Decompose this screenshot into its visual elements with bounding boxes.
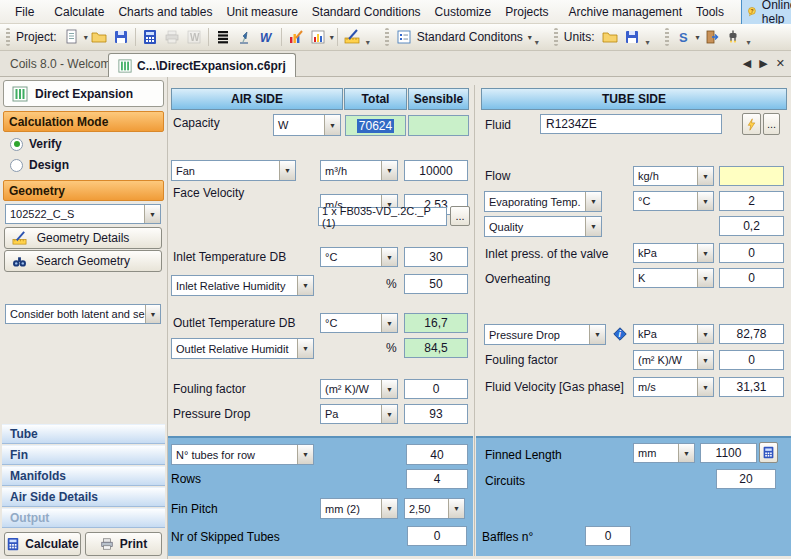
toolbar-overflow-icon[interactable]: ▾ bbox=[535, 38, 539, 49]
inlet-temperature-unit-select[interactable]: °C ▼ bbox=[320, 247, 398, 267]
inlet-humidity-select[interactable]: Inlet Relative Humidity ▼ bbox=[171, 275, 314, 296]
switch-dropdown-icon[interactable]: ▾ bbox=[696, 33, 700, 42]
toolbar-overflow-icon[interactable]: ▾ bbox=[366, 38, 370, 49]
standard-conditions-dropdown-icon[interactable]: ▾ bbox=[528, 33, 532, 42]
evaporating-temp-unit-select[interactable]: °C ▼ bbox=[633, 191, 714, 211]
charts-tables-button[interactable] bbox=[307, 26, 329, 48]
skipped-tubes-field[interactable]: 0 bbox=[407, 526, 467, 546]
air-pressure-drop-field[interactable]: 93 bbox=[404, 404, 468, 424]
menu-calculate[interactable]: Calculate bbox=[47, 2, 111, 22]
fluid-properties-button[interactable] bbox=[742, 113, 761, 135]
air-fouling-field[interactable]: 0 bbox=[404, 379, 468, 399]
toolbar-grip[interactable] bbox=[665, 28, 669, 46]
wings-button[interactable]: W bbox=[256, 26, 278, 48]
open-project-button[interactable] bbox=[88, 26, 110, 48]
geometry-header[interactable]: Geometry bbox=[3, 180, 164, 201]
charts-tables-dropdown-icon[interactable]: ▾ bbox=[330, 33, 334, 42]
calculate-toolbar-button[interactable] bbox=[139, 26, 161, 48]
finned-length-calculator-button[interactable] bbox=[759, 442, 778, 463]
flow-field[interactable] bbox=[719, 166, 784, 186]
menu-projects[interactable]: Projects bbox=[498, 2, 555, 22]
geometry-details-button[interactable]: Geometry Details bbox=[4, 227, 162, 249]
fin-pitch-unit-select[interactable]: mm (2) ▼ bbox=[320, 498, 398, 519]
air-fouling-unit-select[interactable]: (m² K)/W ▼ bbox=[320, 379, 398, 399]
menu-standard-conditions[interactable]: Standard Conditions bbox=[305, 2, 428, 22]
geometry-editor-button[interactable] bbox=[341, 26, 363, 48]
fluid-velocity-field[interactable]: 31,31 bbox=[719, 377, 784, 397]
calculation-mode-header[interactable]: Calculation Mode bbox=[3, 111, 164, 132]
tube-pressure-drop-select[interactable]: Pressure Drop ▼ bbox=[484, 324, 606, 345]
tab-welcome[interactable]: Coils 8.0 - Welcome! bbox=[10, 57, 120, 71]
fan-select[interactable]: Fan ▼ bbox=[171, 160, 296, 181]
latent-sensible-select[interactable]: Consider both latent and se ▼ bbox=[5, 304, 161, 324]
toolbar-overflow-icon[interactable]: ▾ bbox=[646, 38, 650, 49]
chart-wizard-button[interactable] bbox=[285, 26, 307, 48]
search-geometry-button[interactable]: Search Geometry bbox=[4, 250, 162, 272]
quality-field[interactable]: 0,2 bbox=[719, 216, 784, 236]
tube-fouling-field[interactable]: 0 bbox=[719, 350, 784, 370]
rows-field[interactable]: 4 bbox=[406, 469, 468, 489]
overheating-field[interactable]: 0 bbox=[719, 268, 784, 288]
standard-conditions-label[interactable]: Standard Conditons bbox=[417, 30, 523, 44]
capacity-sensible-field[interactable] bbox=[408, 115, 469, 136]
print-button[interactable]: Print bbox=[85, 532, 162, 556]
exit-button[interactable] bbox=[700, 26, 722, 48]
menu-archive-management[interactable]: Archive management bbox=[562, 2, 689, 22]
outlet-humidity-field[interactable]: 84,5 bbox=[404, 338, 468, 358]
sidebar-item-air-side-details[interactable]: Air Side Details bbox=[2, 487, 165, 507]
outlet-humidity-select[interactable]: Outlet Relative Humidit ▼ bbox=[171, 338, 314, 359]
tube-pressure-drop-field[interactable]: 82,78 bbox=[719, 324, 784, 344]
inlet-valve-pressure-field[interactable]: 0 bbox=[719, 243, 784, 263]
export-word-button[interactable]: W bbox=[183, 26, 205, 48]
menu-file[interactable]: File bbox=[8, 2, 41, 22]
sidebar-item-output[interactable]: Output bbox=[2, 508, 165, 528]
standard-conditions-button[interactable] bbox=[393, 26, 415, 48]
sidebar-item-manifolds[interactable]: Manifolds bbox=[2, 466, 165, 486]
geometry-select[interactable]: 102522_C_S ▼ bbox=[5, 204, 161, 224]
baffles-field[interactable]: 0 bbox=[585, 526, 631, 546]
toolbar-grip[interactable] bbox=[385, 28, 389, 46]
overheating-unit-select[interactable]: K ▼ bbox=[633, 268, 714, 288]
units-open-button[interactable] bbox=[599, 26, 621, 48]
air-pressure-drop-unit-select[interactable]: Pa ▼ bbox=[320, 404, 398, 424]
fan-browse-button[interactable]: ... bbox=[450, 206, 470, 226]
sidebar-item-tube[interactable]: Tube bbox=[2, 424, 165, 444]
desk-lamp-button[interactable] bbox=[234, 26, 256, 48]
tubes-per-row-select[interactable]: N° tubes for row ▼ bbox=[171, 444, 314, 465]
flow-unit-select[interactable]: kg/h ▼ bbox=[633, 166, 714, 186]
toolbar-overflow-icon[interactable]: ▾ bbox=[747, 38, 751, 49]
fluid-field[interactable]: R1234ZE bbox=[540, 114, 722, 134]
menu-unit-measure[interactable]: Unit measure bbox=[219, 2, 304, 22]
tube-fouling-unit-select[interactable]: (m² K)/W ▼ bbox=[633, 350, 714, 370]
plug-button[interactable] bbox=[722, 26, 744, 48]
evaporating-temp-field[interactable]: 2 bbox=[719, 191, 784, 211]
capacity-total-field[interactable]: 70624 bbox=[345, 115, 406, 136]
menu-charts-and-tables[interactable]: Charts and tables bbox=[111, 2, 219, 22]
report-list-button[interactable] bbox=[212, 26, 234, 48]
tubes-per-row-field[interactable]: 40 bbox=[406, 444, 468, 465]
switch-button[interactable]: S bbox=[673, 26, 695, 48]
design-radio[interactable]: Design bbox=[10, 158, 69, 172]
tube-pressure-drop-unit-select[interactable]: kPa ▼ bbox=[633, 324, 714, 344]
inlet-temperature-field[interactable]: 30 bbox=[404, 247, 468, 267]
inlet-humidity-field[interactable]: 50 bbox=[404, 274, 468, 294]
capacity-unit-select[interactable]: W ▼ bbox=[273, 114, 341, 136]
fan-unit-select[interactable]: m³/h ▼ bbox=[320, 160, 398, 181]
verify-radio[interactable]: Verify bbox=[10, 137, 62, 151]
menu-customize[interactable]: Customize bbox=[428, 2, 499, 22]
units-save-button[interactable] bbox=[621, 26, 643, 48]
close-tab-icon[interactable]: ✕ bbox=[776, 57, 785, 70]
save-project-button[interactable] bbox=[110, 26, 132, 48]
direct-expansion-button[interactable]: Direct Expansion bbox=[3, 80, 164, 107]
fan-flow-field[interactable]: 10000 bbox=[404, 160, 468, 181]
scroll-tabs-right-icon[interactable]: ▶ bbox=[759, 57, 767, 70]
fin-pitch-value-select[interactable]: 2,50 ▼ bbox=[404, 498, 465, 519]
menu-tools[interactable]: Tools bbox=[689, 2, 731, 22]
outlet-temperature-unit-select[interactable]: °C ▼ bbox=[320, 313, 398, 333]
print-toolbar-button[interactable] bbox=[161, 26, 183, 48]
tab-direct-expansion-project[interactable]: C...\DirectExpansion.c6prj bbox=[108, 53, 296, 77]
circuits-field[interactable]: 20 bbox=[716, 469, 776, 489]
info-diamond-icon[interactable]: i bbox=[611, 325, 629, 343]
sidebar-item-fin[interactable]: Fin bbox=[2, 445, 165, 465]
new-project-button[interactable] bbox=[61, 26, 83, 48]
